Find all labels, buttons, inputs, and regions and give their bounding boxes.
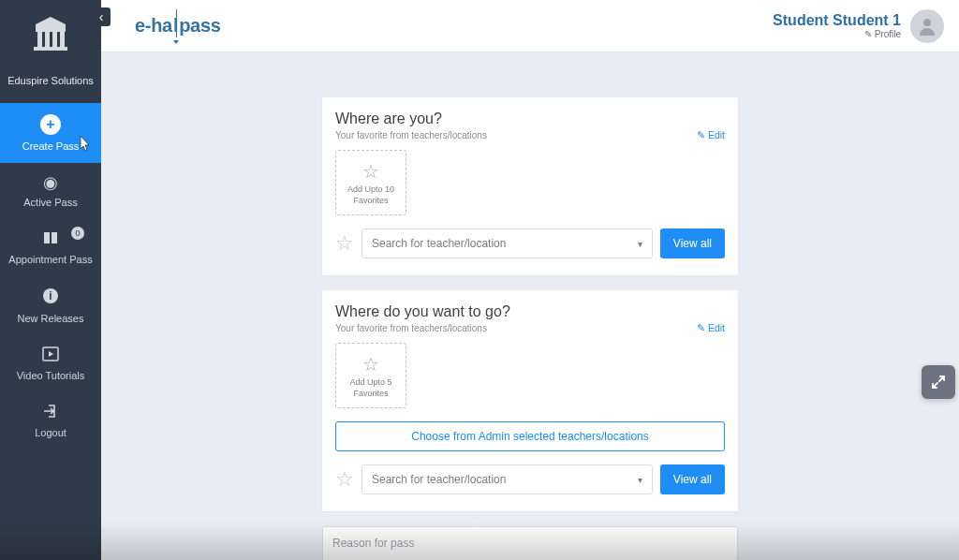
sidebar: ‹ Eduspire Solutions + Create Pass ◉ Act… <box>0 0 101 560</box>
profile-link[interactable]: ✎ Profile <box>773 29 901 39</box>
nav-label: Create Pass <box>22 140 80 152</box>
nav-new-releases[interactable]: i New Releases <box>0 276 101 335</box>
nav-create-pass[interactable]: + Create Pass <box>0 103 101 163</box>
from-title: Where are you? <box>335 111 725 127</box>
plus-circle-icon: + <box>40 114 61 135</box>
avatar[interactable] <box>910 9 944 43</box>
from-search-row: ☆ Search for teacher/location ▾ View all <box>335 228 725 258</box>
from-edit-link[interactable]: ✎ Edit <box>697 129 725 140</box>
brand-part: l <box>173 15 178 37</box>
to-edit-link[interactable]: ✎ Edit <box>697 322 725 333</box>
nav-label: Appointment Pass <box>8 254 92 265</box>
nav-label: New Releases <box>18 313 84 324</box>
card-from: Where are you? Your favorite from teache… <box>322 97 738 275</box>
to-sub: Your favorite from teachers/locations <box>335 323 487 333</box>
chevron-down-icon: ▾ <box>638 475 642 485</box>
brand-logo: e-halpass <box>135 15 221 37</box>
search-placeholder: Search for teacher/location <box>372 473 506 486</box>
star-outline-icon: ☆ <box>335 231 354 256</box>
to-title: Where do you want to go? <box>335 303 725 320</box>
fav-hint: Add Upto 10 <box>347 184 394 194</box>
star-outline-icon: ☆ <box>362 160 379 183</box>
from-add-favorite[interactable]: ☆ Add Upto 10 Favorites <box>335 150 406 215</box>
svg-rect-6 <box>34 47 67 51</box>
sidebar-logo <box>32 17 69 52</box>
from-view-all-button[interactable]: View all <box>660 228 725 258</box>
svg-marker-0 <box>36 17 66 28</box>
building-icon <box>32 17 69 52</box>
star-outline-icon: ☆ <box>362 353 379 376</box>
star-outline-icon: ☆ <box>335 467 354 492</box>
to-search-row: ☆ Search for teacher/location ▾ View all <box>335 464 725 494</box>
fav-hint: Favorites <box>353 389 388 398</box>
to-add-favorite[interactable]: ☆ Add Upto 5 Favorites <box>335 343 406 408</box>
nav-label: Video Tutorials <box>17 370 85 381</box>
edit-label: Edit <box>708 129 725 140</box>
profile-label: Profile <box>875 29 901 39</box>
nav-label: Active Pass <box>23 197 77 208</box>
from-search-select[interactable]: Search for teacher/location ▾ <box>361 228 653 258</box>
topbar: e-halpass Student Student 1 ✎ Profile <box>101 0 959 52</box>
expand-icon <box>930 374 947 391</box>
svg-rect-5 <box>60 32 65 47</box>
svg-marker-10 <box>49 351 53 357</box>
to-admin-choose-button[interactable]: Choose from Admin selected teachers/loca… <box>335 421 725 451</box>
book-icon <box>42 230 59 248</box>
org-name: Eduspire Solutions <box>7 75 94 86</box>
svg-rect-4 <box>52 32 57 47</box>
reason-placeholder: Reason for pass <box>332 537 414 550</box>
help-widget-toggle[interactable] <box>922 365 955 399</box>
to-search-select[interactable]: Search for teacher/location ▾ <box>361 464 653 494</box>
svg-rect-1 <box>36 28 66 32</box>
nav-appointment-pass[interactable]: 0 Appointment Pass <box>0 219 101 276</box>
chevron-down-icon: ▾ <box>638 239 642 249</box>
to-view-all-button[interactable]: View all <box>660 464 725 494</box>
nav-list: + Create Pass ◉ Active Pass 0 Appointmen… <box>0 103 101 449</box>
badge-count: 0 <box>71 227 84 240</box>
brand-part: e-ha <box>135 15 172 37</box>
fav-hint: Favorites <box>353 196 388 205</box>
content: Where are you? Your favorite from teache… <box>101 52 959 560</box>
nav-logout[interactable]: Logout <box>0 392 101 449</box>
svg-text:i: i <box>49 289 52 302</box>
nav-label: Logout <box>35 427 66 438</box>
card-to: Where do you want to go? Your favorite f… <box>322 290 738 511</box>
user-name: Student Student 1 <box>773 12 901 29</box>
logout-icon <box>42 404 59 421</box>
compass-icon: ◉ <box>43 174 58 191</box>
svg-point-11 <box>923 19 931 26</box>
topbar-right: Student Student 1 ✎ Profile <box>773 9 944 43</box>
from-sub: Your favorite from teachers/locations <box>335 130 487 140</box>
svg-rect-2 <box>37 32 42 47</box>
reason-textarea[interactable]: Reason for pass <box>322 526 738 560</box>
nav-active-pass[interactable]: ◉ Active Pass <box>0 163 101 219</box>
fav-hint: Add Upto 5 <box>349 377 391 387</box>
brand-part: pass <box>179 15 220 37</box>
user-icon <box>916 15 938 37</box>
nav-video-tutorials[interactable]: Video Tutorials <box>0 335 101 392</box>
sidebar-collapse-toggle[interactable]: ‹ <box>92 7 111 26</box>
search-placeholder: Search for teacher/location <box>372 237 506 250</box>
svg-rect-3 <box>45 32 50 47</box>
edit-label: Edit <box>708 322 725 333</box>
info-icon: i <box>42 287 59 307</box>
video-icon <box>42 346 59 364</box>
chevron-left-icon: ‹ <box>99 9 104 24</box>
